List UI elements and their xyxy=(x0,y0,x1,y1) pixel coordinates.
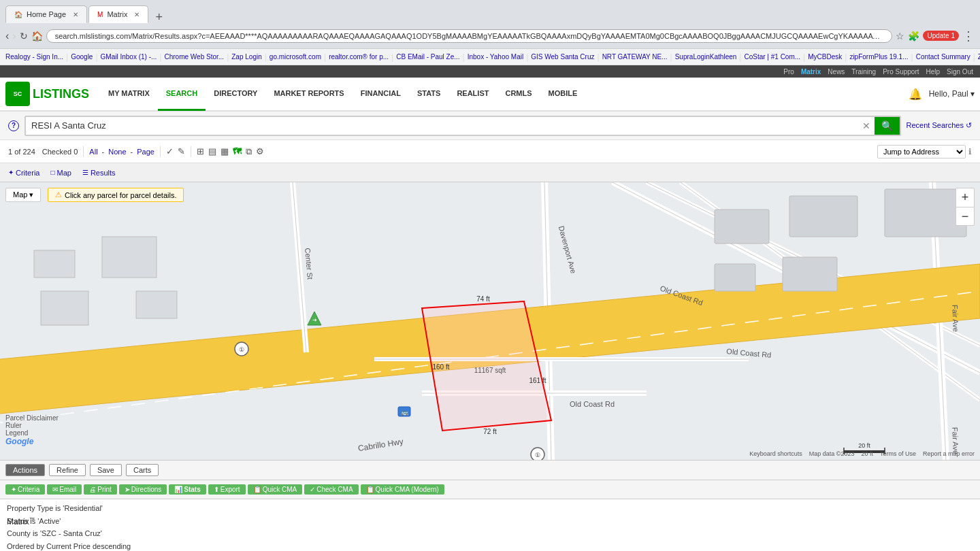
bookmark-costar[interactable]: CoStar | #1 Com... xyxy=(744,53,800,61)
menu-button[interactable]: ⋮ xyxy=(962,29,975,44)
quick-cma-modern-label: Quick CMA (Modern) xyxy=(376,486,439,493)
bookmark-google[interactable]: Google xyxy=(71,53,93,61)
pro-support-label[interactable]: Pro Support xyxy=(883,68,919,76)
svg-rect-48 xyxy=(102,237,157,278)
directions-button[interactable]: ➤ Directions xyxy=(119,484,167,495)
tab-map[interactable]: □ Map xyxy=(50,169,71,177)
tab-carts[interactable]: Carts xyxy=(126,464,159,476)
tab-results[interactable]: ☰ Results xyxy=(82,169,116,177)
recent-searches[interactable]: Recent Searches ↺ xyxy=(906,121,972,130)
update-badge[interactable]: Update 1 xyxy=(923,31,959,41)
zoom-out-button[interactable]: − xyxy=(956,207,975,226)
bookmark-supra[interactable]: SupraLoginKathleen xyxy=(675,53,737,61)
bookmark-zap[interactable]: Zap Login xyxy=(231,53,261,61)
bookmark-gmail[interactable]: GMail Inbox (1) -... xyxy=(101,53,157,61)
view-list-icon[interactable]: ▤ xyxy=(208,146,216,156)
view-photo-icon[interactable]: ⧉ xyxy=(246,146,252,157)
search-button[interactable]: 🔍 xyxy=(875,117,900,135)
map-svg: 74 ft 160 ft 11167 sqft 161 ft 72 ft 🚌 ➜… xyxy=(0,182,980,460)
nav-search[interactable]: SEARCH xyxy=(158,77,206,111)
news-label[interactable]: News xyxy=(828,68,845,76)
check-icon[interactable]: ✓ xyxy=(166,146,174,156)
info-icon[interactable]: ℹ xyxy=(968,147,972,156)
all-link[interactable]: All xyxy=(89,148,97,156)
none-link[interactable]: None xyxy=(108,148,126,156)
zoom-in-button[interactable]: + xyxy=(956,188,975,207)
email-button[interactable]: ✉ Email xyxy=(47,484,82,495)
nav-crmls[interactable]: CRMLS xyxy=(497,77,540,111)
svg-text:Old Coast Rd: Old Coast Rd xyxy=(570,400,615,408)
print-btn-icon: 🖨 xyxy=(89,486,96,493)
search-input[interactable] xyxy=(26,118,858,133)
quick-cma-modern-button[interactable]: 📋 Quick CMA (Modern) xyxy=(361,484,444,495)
nav-market-reports[interactable]: MARKET REPORTS xyxy=(265,77,352,111)
tab-actions[interactable]: Actions xyxy=(5,464,45,476)
training-label[interactable]: Training xyxy=(851,68,876,76)
bookmark-zipform[interactable]: zipFormPlus 19.1... xyxy=(849,53,908,61)
help-icon[interactable]: ? xyxy=(8,120,19,131)
print-button[interactable]: 🖨 Print xyxy=(84,484,117,495)
new-tab-button[interactable]: + xyxy=(151,11,167,23)
view-settings-icon[interactable]: ⚙ xyxy=(256,146,264,156)
address-input-wrap[interactable]: search.mlslistings.com/Matrix/Results.as… xyxy=(46,29,893,43)
bookmark-gis[interactable]: GIS Web Santa Cruz xyxy=(531,53,594,61)
home-button[interactable]: 🏠 xyxy=(31,31,43,41)
bookmark-microsoft[interactable]: go.microsoft.com xyxy=(270,53,321,61)
search-input-wrap[interactable]: ✕ 🔍 xyxy=(24,116,901,136)
bookmark-contact-summary[interactable]: Contact Summary xyxy=(916,53,970,61)
map-notice: ⚠ Click any parcel for parcel details. xyxy=(48,188,184,202)
map-label-control[interactable]: Map ▾ xyxy=(5,188,41,202)
stats-button[interactable]: 📊 Stats xyxy=(169,484,206,495)
bookmark-realogy[interactable]: Realogy - Sign In... xyxy=(5,53,63,61)
bookmark-button[interactable]: ☆ xyxy=(896,31,904,41)
matrix-tab-close[interactable]: ✕ xyxy=(134,11,140,18)
export-button[interactable]: ⬆ Export xyxy=(208,484,246,495)
nav-stats[interactable]: STATS xyxy=(409,77,448,111)
home-tab-close[interactable]: ✕ xyxy=(73,11,78,18)
bookmark-yahoo[interactable]: Inbox - Yahoo Mail xyxy=(468,53,523,61)
tab-criteria[interactable]: ✦ Criteria xyxy=(8,169,39,177)
extensions-button[interactable]: 🧩 xyxy=(908,31,919,41)
sign-out-label[interactable]: Sign Out xyxy=(947,68,973,76)
quick-cma-button[interactable]: 📋 Quick CMA xyxy=(248,484,303,495)
view-detail-icon[interactable]: ▦ xyxy=(220,146,229,156)
tab-home[interactable]: 🏠 Home Page ✕ xyxy=(5,5,87,23)
view-map-icon[interactable]: 🗺 xyxy=(233,146,242,156)
nav-directory[interactable]: DIRECTORY xyxy=(206,77,265,111)
bookmark-realtor[interactable]: realtor.com® for p... xyxy=(329,53,389,61)
greeting[interactable]: Hello, Paul ▾ xyxy=(929,89,975,99)
tab-save[interactable]: Save xyxy=(90,464,122,476)
matrix-label[interactable]: Matrix xyxy=(801,68,821,76)
nav-realist[interactable]: REALIST xyxy=(448,77,497,111)
notification-bell[interactable]: 🔔 xyxy=(909,88,922,101)
search-clear-button[interactable]: ✕ xyxy=(858,120,875,131)
terms-of-use[interactable]: Terms of Use xyxy=(880,450,916,457)
bookmark-nrt[interactable]: NRT GATEWAY NE... xyxy=(602,53,668,61)
tab-matrix[interactable]: M Matrix ✕ xyxy=(88,5,148,23)
nav-mobile[interactable]: MOBILE xyxy=(540,77,586,111)
tab-refine[interactable]: Refine xyxy=(49,464,86,476)
back-button[interactable]: ‹ xyxy=(5,30,9,42)
forward-button[interactable]: › xyxy=(12,30,16,42)
dash-sep: - xyxy=(102,148,105,156)
bookmark-cbemail[interactable]: CB EMail - Paul Ze... xyxy=(396,53,459,61)
criteria-button[interactable]: ✦ Criteria xyxy=(5,484,45,495)
nav-my-matrix[interactable]: MY MATRIX xyxy=(100,77,158,111)
check-cma-label: Check CMA xyxy=(316,486,353,493)
pro-label[interactable]: Pro xyxy=(783,68,794,76)
jump-to-select[interactable]: Jump to Address xyxy=(877,145,966,158)
page-link[interactable]: Page xyxy=(137,148,154,156)
bookmark-mycbdesk[interactable]: MyCBDesk xyxy=(808,53,842,61)
check-cma-button[interactable]: ✓ Check CMA xyxy=(304,484,358,495)
help-label[interactable]: Help xyxy=(926,68,941,76)
edit-icon[interactable]: ✎ xyxy=(178,146,185,156)
keyboard-shortcuts[interactable]: Keyboard shortcuts xyxy=(749,450,802,457)
address-text: search.mlslistings.com/Matrix/Results.as… xyxy=(55,32,893,40)
reload-button[interactable]: ↻ xyxy=(20,31,28,41)
map-container[interactable]: 74 ft 160 ft 11167 sqft 161 ft 72 ft 🚌 ➜… xyxy=(0,182,980,460)
nav-financial[interactable]: FINANCIAL xyxy=(353,77,409,111)
svg-rect-49 xyxy=(136,291,177,318)
report-map-error[interactable]: Report a map error xyxy=(923,450,975,457)
bookmark-chrome-store[interactable]: Chrome Web Stor... xyxy=(164,53,224,61)
view-grid-icon[interactable]: ⊞ xyxy=(197,146,204,156)
